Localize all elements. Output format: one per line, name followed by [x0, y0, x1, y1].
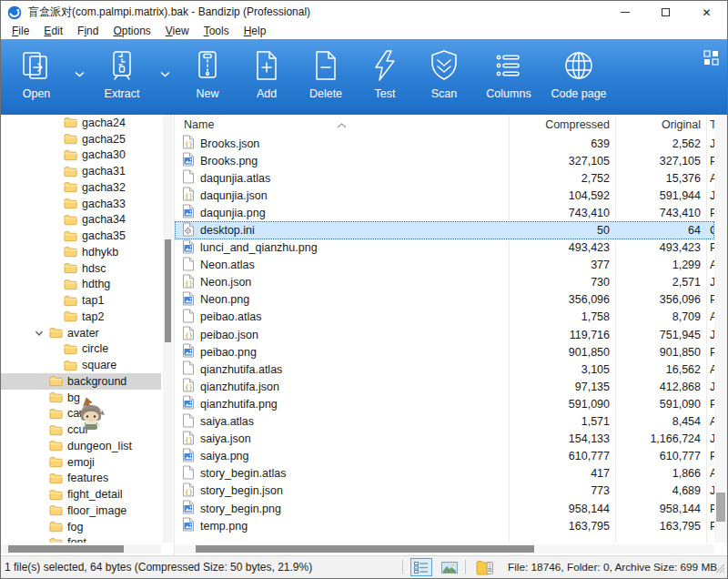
menu-options[interactable]: Options: [106, 24, 157, 39]
tree-item-gacha30[interactable]: gacha30: [1, 147, 161, 164]
menu-help[interactable]: Help: [237, 24, 274, 39]
statusbar: 1 file(s) selected, 64 bytes (Compressed…: [1, 555, 727, 578]
tree-item-floor_image[interactable]: floor_image: [1, 503, 161, 519]
tree-item-fight_detail[interactable]: fight_detail: [1, 486, 161, 503]
tree-item-bg[interactable]: bg: [1, 390, 161, 406]
tree-collapse-icon[interactable]: [35, 330, 49, 337]
tree-item-gacha33[interactable]: gacha33: [1, 196, 161, 212]
file-row-Neon.png[interactable]: Neon.png356,096356,096P: [175, 291, 714, 309]
file-row-peibao.png[interactable]: peibao.png901,850901,850P: [175, 343, 714, 361]
columns-button[interactable]: Columns: [475, 47, 542, 100]
tree-item-font[interactable]: font: [1, 535, 161, 543]
list-vertical-scrollbar-thumb[interactable]: [716, 493, 725, 522]
tree-item-gacha25[interactable]: gacha25: [1, 131, 161, 147]
file-row-desktop.ini[interactable]: desktop.ini5064C: [175, 221, 714, 239]
column-header-original[interactable]: Original: [615, 118, 706, 131]
new-icon: [191, 47, 224, 84]
list-horizontal-scrollbar-thumb[interactable]: [196, 545, 534, 553]
tree-item-ccui[interactable]: ccui: [1, 422, 161, 438]
tree-item-hdhykb[interactable]: hdhykb: [1, 244, 161, 260]
file-original-size: 15,376: [615, 172, 706, 185]
file-row-Neon.atlas[interactable]: Neon.atlas3771,299A: [175, 257, 714, 274]
file-row-temp.png[interactable]: temp.png163,795163,795P: [175, 517, 714, 534]
list-horizontal-scrollbar[interactable]: [175, 544, 714, 554]
tree-item-gacha32[interactable]: gacha32: [1, 179, 161, 196]
file-row-qianzhutifa.atlas[interactable]: qianzhutifa.atlas3,10516,562A: [175, 361, 714, 378]
menu-tools[interactable]: Tools: [197, 24, 237, 39]
file-name: daqunjia.json: [200, 189, 268, 202]
window-resize-grip[interactable]: [714, 563, 725, 576]
extract-button[interactable]: Extract: [94, 47, 150, 100]
file-original-size: 610,777: [615, 450, 706, 462]
menu-find[interactable]: Find: [70, 24, 106, 39]
file-row-daqunjia.json[interactable]: {}daqunjia.json104,592591,944J: [175, 187, 714, 204]
open-button[interactable]: Open: [8, 47, 65, 100]
scan-button[interactable]: Scan: [416, 47, 472, 100]
list-vertical-scrollbar[interactable]: [714, 115, 727, 543]
close-button[interactable]: ✕: [686, 1, 727, 24]
extract-dropdown-button[interactable]: [153, 56, 177, 92]
tree-item-tap1[interactable]: tap1: [1, 292, 161, 309]
file-row-Neon.json[interactable]: {}Neon.json7302,571J: [175, 274, 714, 291]
sidebar-vertical-scrollbar[interactable]: [163, 115, 173, 543]
open-archive-folder-button[interactable]: [473, 558, 497, 576]
tree-item-background[interactable]: background: [1, 373, 161, 390]
file-row-qianzhutifa.png[interactable]: qianzhutifa.png591,090591,090P: [175, 395, 714, 412]
file-row-story_begin.atlas[interactable]: story_begin.atlas4171,866A: [175, 465, 714, 482]
tree-item-gacha35[interactable]: gacha35: [1, 228, 161, 244]
menu-view[interactable]: View: [158, 24, 197, 39]
file-row-daqunjia.png[interactable]: daqunjia.png743,410743,410P: [175, 204, 714, 221]
sidebar-vertical-scrollbar-thumb[interactable]: [165, 239, 171, 342]
menu-file[interactable]: File: [5, 24, 36, 39]
menu-edit[interactable]: Edit: [36, 24, 70, 39]
details-view-button[interactable]: [410, 558, 432, 576]
file-row-Brooks.png[interactable]: Brooks.png327,105327,105P: [175, 152, 714, 169]
codepage-button[interactable]: Code page: [545, 47, 612, 100]
tree-item-emoji[interactable]: emoji: [1, 454, 161, 471]
thumbnail-view-button[interactable]: [439, 559, 460, 575]
tree-item-features[interactable]: features: [1, 471, 161, 487]
new-button[interactable]: New: [179, 47, 236, 100]
tree-item-tap2[interactable]: tap2: [1, 309, 161, 325]
tree-item-gacha34[interactable]: gacha34: [1, 212, 161, 229]
open-dropdown-button[interactable]: [67, 56, 91, 92]
tree-item-card[interactable]: card: [1, 406, 161, 422]
folder-icon: [49, 440, 63, 452]
add-button[interactable]: Add: [238, 47, 295, 100]
folder-icon: [49, 537, 63, 543]
tree-item-fog[interactable]: fog: [1, 519, 161, 535]
sidebar-horizontal-scrollbar[interactable]: [1, 544, 161, 554]
file-row-daqunjia.atlas[interactable]: daqunjia.atlas2,75215,376A: [175, 169, 714, 187]
test-button[interactable]: Test: [357, 47, 413, 100]
tree-item-gacha31[interactable]: gacha31: [1, 163, 161, 179]
tree-item-hdthg[interactable]: hdthg: [1, 277, 161, 293]
file-row-qianzhutifa.json[interactable]: {}qianzhutifa.json97,135412,868J: [175, 378, 714, 395]
file-row-lunci_and_qianzhu.png[interactable]: lunci_and_qianzhu.png493,423493,423P: [175, 239, 714, 257]
file-type: J: [706, 432, 714, 445]
file-row-story_begin.png[interactable]: story_begin.png958,144958,144P: [175, 500, 714, 517]
tree-item-avater[interactable]: avater: [1, 325, 161, 341]
minimize-button[interactable]: [604, 1, 645, 24]
sidebar-horizontal-scrollbar-thumb[interactable]: [8, 545, 124, 553]
delete-button[interactable]: Delete: [298, 47, 354, 100]
folder-icon: [49, 408, 63, 420]
thumbnail-view-icon: [441, 562, 458, 574]
file-row-saiya.png[interactable]: saiya.png610,777610,777P: [175, 448, 714, 465]
column-header-name[interactable]: Name: [175, 118, 509, 131]
file-row-saiya.json[interactable]: {}saiya.json154,1331,166,724J: [175, 431, 714, 448]
tree-item-dungeon_list[interactable]: dungeon_list: [1, 438, 161, 454]
tree-item-square[interactable]: square: [1, 357, 161, 373]
file-row-peibao.atlas[interactable]: peibao.atlas1,7588,709A: [175, 309, 714, 326]
layout-panes-icon[interactable]: [703, 50, 719, 69]
file-row-story_begin.json[interactable]: {}story_begin.json7734,689J: [175, 482, 714, 500]
file-row-peibao.json[interactable]: {}peibao.json119,716751,945J: [175, 326, 714, 343]
column-header-compressed[interactable]: Compressed: [509, 118, 615, 131]
file-row-saiya.atlas[interactable]: saiya.atlas1,5718,454A: [175, 413, 714, 431]
file-type: P: [706, 398, 714, 411]
maximize-button[interactable]: [645, 1, 686, 24]
file-row-Brooks.json[interactable]: {}Brooks.json6392,562J: [175, 135, 714, 152]
column-header-type[interactable]: T: [706, 118, 714, 131]
tree-item-circle[interactable]: circle: [1, 341, 161, 358]
tree-item-gacha24[interactable]: gacha24: [1, 115, 161, 131]
tree-item-hdsc[interactable]: hdsc: [1, 260, 161, 277]
